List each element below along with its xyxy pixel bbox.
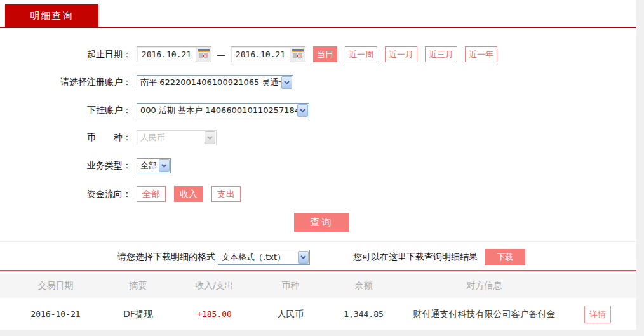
cell-action: 详情 xyxy=(559,306,636,323)
start-date-input[interactable]: 2016.10.21 xyxy=(137,46,211,62)
download-hint-text: 您可以在这里下载查询明细结果 xyxy=(353,252,478,263)
cell-trade-date: 2016-10-21 xyxy=(0,309,111,319)
chevron-down-icon xyxy=(159,159,170,172)
table-row: 2016-10-21 DF提现 +185.00 人民币 1,344.85 财付通… xyxy=(0,299,636,330)
date-range-separator: — xyxy=(215,50,227,60)
date-range-label: 起止日期： xyxy=(0,49,131,60)
sub-account-label: 下挂账户： xyxy=(0,105,131,116)
register-account-select[interactable]: 南平 6222001406100921065 灵通卡 xyxy=(137,75,293,90)
header-counterparty: 对方信息 xyxy=(410,280,559,292)
fund-flow-expense-button[interactable]: 支出 xyxy=(211,186,241,202)
tab-underline xyxy=(0,27,636,28)
chevron-down-icon xyxy=(281,76,292,89)
end-date-input[interactable]: 2016.10.21 xyxy=(231,46,305,62)
detail-query-page: 明细查询 起止日期： 2016.10.21 — 2016. xyxy=(0,0,644,336)
chevron-down-icon xyxy=(205,131,215,144)
business-type-value: 全部 xyxy=(137,160,158,171)
currency-value: 人民币 xyxy=(137,132,204,144)
sub-account-row: 下挂账户： 000 活期 基本户 1406600101102571848 xyxy=(0,103,309,118)
date-range-row: 起止日期： 2016.10.21 — 2016.10.21 xyxy=(0,46,497,62)
cell-amount: +185.00 xyxy=(165,309,264,319)
cell-balance: 1,344.85 xyxy=(318,309,410,319)
business-type-label: 业务类型： xyxy=(0,160,131,171)
download-format-label: 请您选择下载明细的格式 xyxy=(117,252,215,263)
fund-flow-all-button[interactable]: 全部 xyxy=(137,186,166,202)
sub-account-value: 000 活期 基本户 1406600101102571848 xyxy=(137,105,297,116)
header-balance: 余额 xyxy=(318,280,410,292)
header-summary: 摘要 xyxy=(111,280,165,292)
quick-range-quarter-button[interactable]: 近三月 xyxy=(425,46,457,62)
chevron-down-icon xyxy=(298,251,309,264)
currency-select-disabled: 人民币 xyxy=(137,130,217,145)
header-trade-date: 交易日期 xyxy=(0,280,111,292)
detail-button[interactable]: 详情 xyxy=(584,306,611,323)
download-format-value: 文本格式（.txt） xyxy=(218,252,297,263)
start-date-value: 2016.10.21 xyxy=(137,50,196,59)
quick-range-today-button[interactable]: 当日 xyxy=(313,46,337,62)
calendar-icon[interactable] xyxy=(290,47,305,62)
download-format-select[interactable]: 文本格式（.txt） xyxy=(218,250,310,265)
table-header-row: 交易日期 摘要 收入/支出 币种 余额 对方信息 xyxy=(0,274,636,298)
sub-account-select[interactable]: 000 活期 基本户 1406600101102571848 xyxy=(137,103,309,118)
currency-row: 币 种： 人民币 xyxy=(0,130,217,145)
download-row: 请您选择下载明细的格式 文本格式（.txt） 您可以在这里下载查询明细结果 下载 xyxy=(117,249,525,265)
business-type-row: 业务类型： 全部 xyxy=(0,158,171,173)
currency-label: 币 种： xyxy=(0,132,131,144)
business-type-select[interactable]: 全部 xyxy=(137,158,171,173)
cell-counterparty: 财付通支付科技有限公司客户备付金 xyxy=(410,309,559,320)
fund-flow-label: 资金流向： xyxy=(0,189,131,200)
fund-flow-income-button[interactable]: 收入 xyxy=(174,186,203,202)
header-currency: 币种 xyxy=(264,280,318,292)
cell-currency: 人民币 xyxy=(264,309,318,320)
quick-range-week-button[interactable]: 近一周 xyxy=(345,46,377,62)
register-account-value: 南平 6222001406100921065 灵通卡 xyxy=(137,77,281,88)
cell-summary: DF提现 xyxy=(111,309,165,320)
fund-flow-row: 资金流向： 全部 收入 支出 xyxy=(0,186,241,202)
tab-detail-query[interactable]: 明细查询 xyxy=(5,4,98,27)
quick-range-month-button[interactable]: 近一月 xyxy=(385,46,417,62)
register-account-row: 请选择注册账户： 南平 6222001406100921065 灵通卡 xyxy=(0,75,293,90)
register-account-label: 请选择注册账户： xyxy=(0,77,131,88)
download-section-divider xyxy=(0,241,636,242)
calendar-icon[interactable] xyxy=(196,47,211,62)
quick-range-year-button[interactable]: 近一年 xyxy=(465,46,497,62)
download-button[interactable]: 下载 xyxy=(485,249,525,265)
chevron-down-icon xyxy=(297,104,308,117)
query-button[interactable]: 查询 xyxy=(294,213,349,232)
header-income-expense: 收入/支出 xyxy=(165,280,264,292)
end-date-value: 2016.10.21 xyxy=(231,50,290,59)
table-top-line xyxy=(0,270,636,271)
